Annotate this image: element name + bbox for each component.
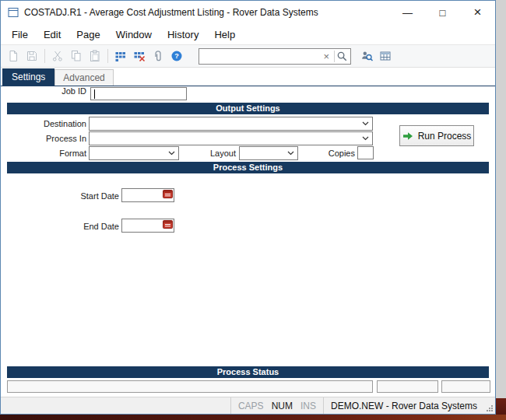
paste-icon[interactable] [86,47,104,65]
toolbar-separator [107,49,108,63]
menu-window[interactable]: Window [108,26,160,44]
process-in-label: Process In [1,134,86,143]
destination-select[interactable] [89,117,373,131]
resize-grip[interactable] [484,397,495,414]
table-grid-delete-icon[interactable] [130,47,149,65]
layout-label: Layout [180,149,236,158]
job-id-field [90,87,187,100]
start-date-input[interactable] [122,189,160,201]
menu-file[interactable]: File [4,26,36,44]
chevron-down-icon [362,136,372,141]
tab-strip: Settings Advanced [1,68,495,86]
search-input[interactable] [202,51,320,61]
copy-icon[interactable] [67,47,86,65]
toolbar: ? × [1,44,495,68]
search-magnifier-icon[interactable] [336,51,348,62]
copies-input[interactable] [358,149,373,161]
format-select[interactable] [89,146,179,160]
title-bar: COSTADJ.R1 - Average Cost Adjustment Lis… [1,1,495,24]
status-bar: CAPS NUM INS DEMO.NEW - Rover Data Syste… [1,397,495,414]
app-window: COSTADJ.R1 - Average Cost Adjustment Lis… [0,0,496,415]
help-icon[interactable]: ? [167,47,186,65]
run-process-label: Run Process [418,131,472,142]
destination-label: Destination [1,119,86,128]
toolbar-separator [44,49,45,63]
section-header-process-settings: Process Settings [7,162,489,173]
attachment-paperclip-icon[interactable] [149,47,167,65]
window-title: COSTADJ.R1 - Average Cost Adjustment Lis… [24,7,390,18]
tab-settings[interactable]: Settings [2,68,54,86]
format-label: Format [1,149,86,158]
close-icon[interactable]: × [460,1,495,24]
chevron-down-icon [168,151,178,156]
session-context-label: DEMO.NEW - Rover Data Systems [323,397,484,414]
job-id-label: Job ID [1,86,86,96]
help-glyph: ? [174,52,179,60]
tab-advanced[interactable]: Advanced [54,69,113,86]
cut-icon[interactable] [48,47,67,65]
start-date-field [121,188,174,202]
run-arrow-icon [402,131,413,141]
calendar-icon[interactable] [163,190,173,198]
insert-mode-indicator: INS [297,401,320,411]
app-icon [7,6,19,19]
process-status-field-3 [441,380,490,393]
new-document-icon[interactable] [4,47,23,65]
minimize-icon[interactable]: — [390,1,425,24]
maximize-icon[interactable]: □ [425,1,460,24]
section-header-process-status: Process Status [7,366,489,378]
job-id-input[interactable] [91,90,186,102]
desktop-background-bottom [0,415,506,420]
copies-label: Copies [302,149,355,158]
process-in-select[interactable] [89,131,373,145]
save-icon[interactable] [23,47,41,65]
menu-edit[interactable]: Edit [36,26,69,44]
table-grid-icon[interactable] [111,47,130,65]
user-search-icon[interactable] [357,47,376,65]
layout-select[interactable] [239,146,298,160]
menu-bar: File Edit Page Window History Help [1,24,495,44]
end-date-input[interactable] [122,219,160,232]
menu-history[interactable]: History [160,26,206,44]
desktop-background-right [496,0,506,420]
end-date-field [121,219,174,233]
toolbar-search-box: × [199,48,351,65]
start-date-label: Start Date [35,191,119,201]
keyboard-state-panel: CAPS NUM INS [230,397,323,414]
calendar-icon[interactable] [163,220,173,229]
chevron-down-icon [362,121,372,126]
caps-lock-indicator: CAPS [234,401,268,411]
menu-page[interactable]: Page [69,26,107,44]
search-clear-icon[interactable]: × [320,51,332,61]
process-status-field-2 [377,380,438,393]
chevron-down-icon [287,151,297,156]
num-lock-indicator: NUM [268,401,297,411]
run-process-button[interactable]: Run Process [399,125,474,146]
form-content: Job ID Output Settings Destination Proce… [1,86,495,397]
menu-help[interactable]: Help [206,26,243,44]
section-header-output-settings: Output Settings [7,103,489,114]
end-date-label: End Date [35,222,119,231]
search-divider [334,51,335,62]
table-view-icon[interactable] [376,47,395,65]
copies-field [357,146,374,159]
process-status-message-field [7,380,373,393]
